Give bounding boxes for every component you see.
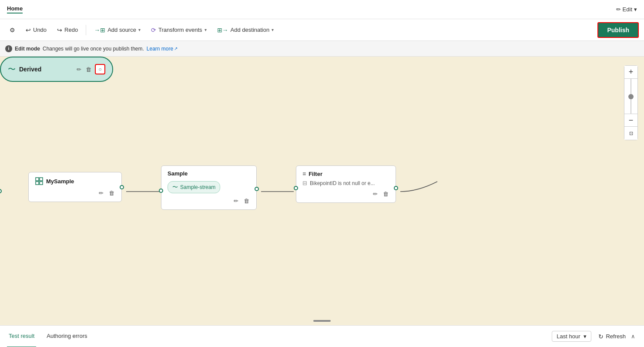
svg-rect-3 <box>40 182 43 185</box>
derived-actions: ✏ 🗑 ○ <box>76 64 105 74</box>
undo-icon: ↩ <box>26 27 31 34</box>
add-source-icon: →⊞ <box>94 27 105 34</box>
sample-edit-button[interactable]: ✏ <box>233 197 239 205</box>
add-source-label: Add source <box>107 27 136 33</box>
source-output-dot[interactable] <box>120 185 124 189</box>
node-derived: 〜 Derived ✏ 🗑 ○ <box>0 57 113 82</box>
settings-icon: ⚙ <box>10 27 15 34</box>
zoom-slider-track <box>631 79 631 114</box>
filter-node-label: Filter <box>309 171 322 177</box>
source-node-label: MySample <box>46 178 74 185</box>
transform-chevron-icon: ▾ <box>205 27 207 32</box>
sample-output-dot[interactable] <box>255 187 259 191</box>
canvas: MySample ✏ 🗑 Sample 〜 Sample-stream ✏ 🗑 <box>0 57 644 325</box>
sample-input-dot[interactable] <box>159 189 163 193</box>
bottom-bar: Test result Authoring errors Last hour ▾… <box>0 325 644 347</box>
sample-node-label: Sample <box>168 170 188 177</box>
svg-rect-0 <box>36 178 39 181</box>
divider1 <box>86 25 86 35</box>
node-filter: ≡ Filter ⊟ BikepointID is not null or e.… <box>296 165 396 203</box>
edit-mode-label: Edit mode <box>15 46 40 52</box>
derived-node-icon: 〜 <box>8 64 16 74</box>
derived-edit-button[interactable]: ✏ <box>76 65 82 74</box>
source-edit-button[interactable]: ✏ <box>98 189 104 197</box>
external-link-icon: ↗ <box>174 46 178 51</box>
zoom-in-button[interactable]: + <box>624 66 637 79</box>
settings-button[interactable]: ⚙ <box>5 24 20 36</box>
zoom-controls: + − ⊡ <box>624 65 638 140</box>
svg-rect-1 <box>40 178 43 181</box>
sample-node-actions: ✏ 🗑 <box>168 197 250 205</box>
top-nav: Home ✏ Edit ▾ <box>0 0 644 19</box>
time-select-chevron-icon: ▾ <box>584 333 587 340</box>
scroll-indicator <box>313 320 331 322</box>
sample-pill: 〜 Sample-stream <box>168 181 220 193</box>
undo-button[interactable]: ↩ Undo <box>21 24 51 36</box>
sample-pill-icon: 〜 <box>172 183 178 191</box>
publish-button[interactable]: Publish <box>597 22 639 38</box>
derived-input-dot[interactable] <box>0 189 2 193</box>
edit-banner-message: Changes will go live once you publish th… <box>43 46 144 52</box>
refresh-button[interactable]: ↻ Refresh <box>595 331 629 342</box>
add-source-button[interactable]: →⊞ Add source ▾ <box>90 24 145 36</box>
add-dest-label: Add destination <box>231 27 270 33</box>
filter-row: ⊟ BikepointID is not null or e... <box>302 180 389 186</box>
edit-icon: ✏ <box>616 6 621 13</box>
tab-test-result[interactable]: Test result <box>7 326 36 347</box>
transform-label: Transform events <box>158 27 202 33</box>
filter-icon: ≡ <box>302 170 306 177</box>
edit-button[interactable]: ✏ Edit ▾ <box>616 6 637 13</box>
zoom-slider-thumb[interactable] <box>628 94 634 99</box>
filter-output-dot[interactable] <box>394 186 398 190</box>
add-source-chevron-icon: ▾ <box>138 27 141 32</box>
filter-input-dot[interactable] <box>294 186 298 190</box>
filter-condition: BikepointID is not null or e... <box>310 180 375 186</box>
learn-more-link[interactable]: Learn more ↗ <box>147 46 178 52</box>
transform-button[interactable]: ⟳ Transform events ▾ <box>147 24 211 36</box>
svg-rect-2 <box>36 182 39 185</box>
info-icon: i <box>5 45 12 52</box>
filter-delete-button[interactable]: 🗑 <box>382 190 389 198</box>
test-result-label: Test result <box>9 333 34 339</box>
sample-delete-button[interactable]: 🗑 <box>243 197 250 205</box>
zoom-fit-button[interactable]: ⊡ <box>624 127 637 140</box>
filter-row-icon: ⊟ <box>302 180 307 186</box>
node-sample-title: Sample <box>168 170 250 177</box>
authoring-errors-label: Authoring errors <box>47 333 87 339</box>
node-source: MySample ✏ 🗑 <box>28 172 122 202</box>
edit-banner: i Edit mode Changes will go live once yo… <box>0 41 644 57</box>
node-sample: Sample 〜 Sample-stream ✏ 🗑 <box>161 165 257 210</box>
home-tab[interactable]: Home <box>7 5 23 13</box>
derived-red-button[interactable]: ○ <box>95 64 105 74</box>
undo-label: Undo <box>33 27 47 33</box>
redo-button[interactable]: ↪ Redo <box>53 24 82 36</box>
zoom-out-button[interactable]: − <box>624 114 637 127</box>
toolbar: ⚙ ↩ Undo ↪ Redo →⊞ Add source ▾ ⟳ Transf… <box>0 19 644 41</box>
node-filter-title: ≡ Filter <box>302 170 389 177</box>
edit-label: Edit <box>623 6 632 13</box>
collapse-icon: ∧ <box>631 333 635 340</box>
transform-icon: ⟳ <box>151 27 156 34</box>
refresh-icon: ↻ <box>598 333 604 340</box>
time-select[interactable]: Last hour ▾ <box>552 331 591 342</box>
source-node-actions: ✏ 🗑 <box>35 189 115 197</box>
refresh-label: Refresh <box>606 333 626 340</box>
derived-delete-button[interactable]: 🗑 <box>85 65 92 74</box>
add-destination-button[interactable]: ⊞→ Add destination ▾ <box>213 24 278 36</box>
source-node-icon <box>35 177 44 185</box>
filter-node-actions: ✏ 🗑 <box>302 190 389 198</box>
redo-label: Redo <box>64 27 78 33</box>
tab-authoring-errors[interactable]: Authoring errors <box>45 326 89 347</box>
source-delete-button[interactable]: 🗑 <box>108 189 115 197</box>
add-dest-chevron-icon: ▾ <box>272 27 274 32</box>
time-select-label: Last hour <box>557 333 580 340</box>
learn-more-text: Learn more <box>147 46 173 52</box>
collapse-button[interactable]: ∧ <box>629 331 637 341</box>
redo-icon: ↪ <box>57 27 62 34</box>
filter-edit-button[interactable]: ✏ <box>372 190 379 198</box>
edit-chevron-icon: ▾ <box>634 6 637 13</box>
derived-node-label: Derived <box>19 66 72 73</box>
node-source-title: MySample <box>35 177 115 185</box>
add-dest-icon: ⊞→ <box>217 27 228 34</box>
sample-pill-label: Sample-stream <box>180 184 215 190</box>
